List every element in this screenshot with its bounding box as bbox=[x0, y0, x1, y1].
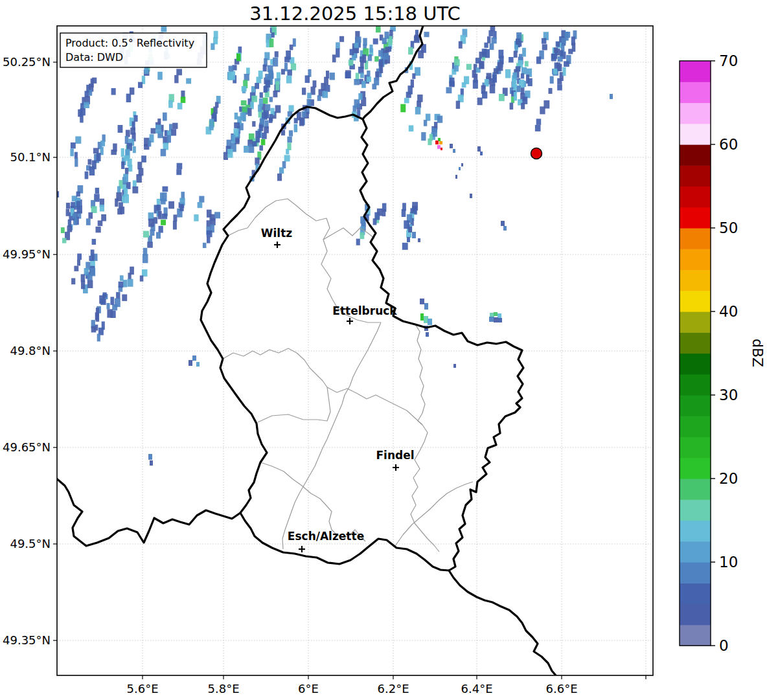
echo-bin bbox=[421, 132, 426, 141]
echo-bin bbox=[110, 297, 114, 305]
echo-bin bbox=[466, 64, 472, 70]
echo-bin bbox=[97, 333, 100, 341]
echo-bin bbox=[163, 186, 168, 192]
colorbar-segment bbox=[680, 499, 711, 521]
echo-bin bbox=[560, 50, 563, 56]
echo-bin bbox=[147, 242, 153, 247]
echo-bin bbox=[428, 319, 432, 325]
echo-bin bbox=[521, 73, 524, 78]
echo-bin bbox=[488, 30, 493, 36]
echo-bin bbox=[107, 309, 113, 317]
colorbar-tick-label: 50 bbox=[719, 220, 738, 236]
colorbar-segment bbox=[680, 416, 711, 437]
echo-bin bbox=[124, 155, 130, 161]
echo-bin bbox=[134, 115, 138, 122]
radar-site-layer bbox=[531, 148, 542, 159]
echo-bin bbox=[256, 137, 260, 142]
echo-bin bbox=[141, 155, 146, 163]
echo-bin bbox=[412, 232, 416, 238]
echo-bin bbox=[85, 172, 89, 179]
echo-bin bbox=[336, 49, 339, 58]
echo-bin bbox=[454, 65, 459, 72]
echo-bin bbox=[372, 84, 376, 89]
echo-bin bbox=[67, 225, 73, 232]
echo-bin bbox=[302, 87, 306, 95]
colorbar-segment bbox=[680, 395, 711, 416]
echo-bin bbox=[238, 47, 242, 54]
echo-bin bbox=[240, 113, 246, 120]
echo-bin bbox=[66, 209, 70, 216]
echo-bin bbox=[281, 69, 285, 75]
echo-bin bbox=[498, 313, 501, 318]
colorbar-tick-label: 30 bbox=[719, 387, 738, 403]
echo-bin bbox=[91, 206, 97, 213]
echo-bin bbox=[330, 73, 335, 80]
y-tick-label: 49.5°N bbox=[10, 537, 51, 550]
echo-bin bbox=[313, 80, 317, 87]
y-tick-label: 49.65°N bbox=[3, 440, 51, 454]
echo-bin bbox=[77, 254, 82, 260]
echo-bin bbox=[255, 131, 260, 138]
echo-bin bbox=[374, 56, 379, 62]
echo-bin bbox=[130, 128, 135, 135]
colorbar-segment bbox=[680, 144, 711, 166]
radar-site-dot bbox=[531, 148, 542, 159]
echo-bin bbox=[126, 130, 130, 137]
echo-bin bbox=[126, 94, 132, 102]
echo-bin bbox=[450, 78, 455, 86]
echo-bin bbox=[143, 231, 149, 238]
echo-bin bbox=[128, 164, 133, 172]
city-label: Wiltz bbox=[261, 227, 293, 240]
echo-bin bbox=[373, 38, 378, 44]
echo-bin bbox=[262, 98, 268, 104]
echo-bin bbox=[489, 317, 494, 322]
echo-bin bbox=[450, 144, 453, 148]
echo-bin bbox=[148, 454, 152, 460]
echo-bin bbox=[97, 153, 101, 161]
echo-bin bbox=[88, 212, 93, 219]
echo-bin bbox=[418, 238, 420, 242]
echo-bin bbox=[136, 174, 142, 183]
echo-bin bbox=[54, 191, 59, 198]
echo-bin bbox=[415, 35, 419, 41]
city-label: Ettelbruck bbox=[332, 304, 397, 317]
echo-bin bbox=[424, 303, 428, 310]
echo-bin bbox=[269, 114, 273, 121]
echo-bin bbox=[207, 231, 212, 238]
echo-bin bbox=[242, 106, 247, 113]
echo-bin bbox=[176, 169, 181, 175]
echo-bin bbox=[86, 218, 91, 225]
echo-bin bbox=[354, 43, 359, 48]
echo-bin bbox=[349, 60, 353, 65]
echo-bin bbox=[74, 152, 78, 159]
echo-bin bbox=[189, 360, 192, 366]
echo-bin bbox=[473, 80, 478, 89]
echo-bin bbox=[408, 227, 412, 232]
colorbar-segment bbox=[680, 521, 711, 542]
echo-bin bbox=[557, 84, 562, 90]
echo-bin bbox=[156, 232, 161, 238]
echo-bin bbox=[302, 111, 306, 117]
colorbar-segment bbox=[680, 228, 711, 249]
colorbar-tick-label: 40 bbox=[719, 303, 738, 320]
echo-bin bbox=[140, 275, 144, 281]
echo-bin bbox=[289, 105, 294, 111]
y-tick-label: 49.35°N bbox=[3, 633, 51, 647]
echo-bin bbox=[158, 211, 162, 220]
echo-bin bbox=[263, 65, 267, 72]
echo-bin bbox=[162, 214, 168, 220]
echo-bin bbox=[459, 167, 461, 170]
echo-bin bbox=[161, 220, 166, 225]
echo-bin bbox=[172, 123, 177, 130]
echo-bin bbox=[51, 203, 56, 211]
echo-bin bbox=[503, 226, 507, 231]
figure-title: 31.12.2025 15:18 UTC bbox=[249, 3, 461, 25]
echo-bin bbox=[426, 114, 431, 121]
echo-bin bbox=[123, 280, 128, 287]
echo-bin bbox=[370, 45, 373, 52]
echo-bin bbox=[521, 103, 525, 109]
map-plot-area bbox=[57, 26, 653, 675]
echo-bin bbox=[257, 77, 262, 84]
echo-bin bbox=[120, 207, 124, 214]
echo-bin bbox=[360, 232, 365, 239]
